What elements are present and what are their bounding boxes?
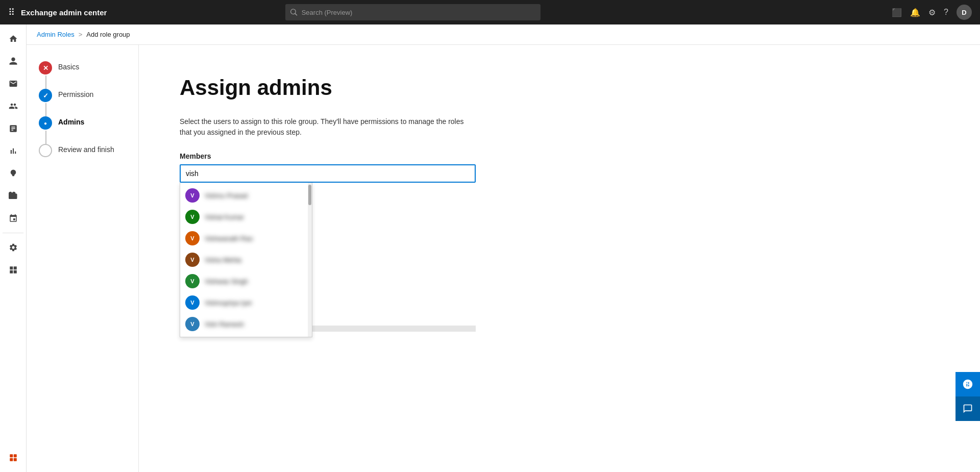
layout: Admin Roles > Add role group ✕ Basics ✓ … <box>0 24 980 472</box>
avatar: V <box>185 295 200 310</box>
dropdown-item-name: Vish Ramesh <box>205 320 244 328</box>
members-input[interactable] <box>180 164 476 183</box>
avatar: V <box>185 188 200 203</box>
gear-icon[interactable]: ⚙ <box>928 8 936 17</box>
sidebar-item-reports[interactable] <box>3 118 23 139</box>
content-area: ✕ Basics ✓ Permission ● Admins <box>27 45 980 472</box>
topbar: ⠿ Exchange admin center ⬛ 🔔 ⚙ ? D <box>0 0 980 24</box>
sidebar-item-home[interactable] <box>3 29 23 49</box>
svg-rect-1 <box>13 454 16 457</box>
step-connector-3 <box>45 131 46 144</box>
dropdown-scrollthumb <box>308 185 311 205</box>
dropdown-item-name: Visha Mehta <box>205 256 241 264</box>
support-button[interactable] <box>955 372 980 396</box>
breadcrumb: Admin Roles > Add role group <box>27 24 980 45</box>
dropdown-item-name: Vishwanath Rao <box>205 235 253 242</box>
members-dropdown: V Vishnu Prasad V Vishal Kumar V Vishwan… <box>180 183 312 337</box>
step-icon-admins: ● <box>39 116 52 130</box>
breadcrumb-current: Add role group <box>86 31 130 38</box>
step-icon-permission: ✓ <box>39 89 52 102</box>
form-title: Assign admins <box>180 76 939 100</box>
list-item[interactable]: V Vishwas Singh <box>180 270 308 292</box>
avatar[interactable]: D <box>957 5 972 20</box>
sidebar <box>0 24 27 472</box>
list-item[interactable]: V Visha Mehta <box>180 249 308 270</box>
svg-rect-3 <box>13 458 16 461</box>
avatar: V <box>185 274 200 288</box>
step-label-admins: Admins <box>58 116 84 126</box>
breadcrumb-parent[interactable]: Admin Roles <box>37 31 75 38</box>
main: Admin Roles > Add role group ✕ Basics ✓ … <box>27 24 980 472</box>
avatar: V <box>185 317 200 331</box>
list-item[interactable]: V Vishnu Prasad <box>180 185 308 206</box>
sidebar-item-analytics[interactable] <box>3 141 23 161</box>
dropdown-item-name: Vishwas Singh <box>205 278 248 285</box>
step-label-permission: Permission <box>58 89 93 98</box>
dropdown-item-name: Vishal Kumar <box>205 213 244 221</box>
step-label-basics: Basics <box>58 61 79 71</box>
wizard-step-review[interactable]: Review and finish <box>39 144 126 157</box>
list-item[interactable]: V Vish Ramesh <box>180 313 308 335</box>
step-icon-review <box>39 144 52 157</box>
grid-icon[interactable]: ⠿ <box>8 7 15 18</box>
members-input-container: V Vishnu Prasad V Vishal Kumar V Vishwan… <box>180 164 476 183</box>
help-icon[interactable]: ? <box>944 8 948 17</box>
dropdown-list: V Vishnu Prasad V Vishal Kumar V Vishwan… <box>180 183 308 337</box>
form-panel: Assign admins Select the users to assign… <box>139 45 980 472</box>
search-icon <box>290 9 297 16</box>
step-label-review: Review and finish <box>58 144 114 154</box>
sidebar-item-migration[interactable] <box>3 186 23 206</box>
dropdown-scrollbar[interactable] <box>308 183 312 337</box>
sidebar-item-user[interactable] <box>3 51 23 71</box>
svg-rect-2 <box>10 458 13 461</box>
wizard-sidebar: ✕ Basics ✓ Permission ● Admins <box>27 45 139 472</box>
step-icon-basics: ✕ <box>39 61 52 74</box>
bell-icon[interactable]: 🔔 <box>910 8 920 17</box>
floating-buttons <box>955 372 980 421</box>
sidebar-item-org[interactable] <box>3 208 23 229</box>
list-item[interactable]: V Vishwanath Rao <box>180 228 308 249</box>
step-connector-2 <box>45 103 46 116</box>
avatar: V <box>185 210 200 224</box>
list-item[interactable]: V Vishal Kumar <box>180 206 308 228</box>
search-input[interactable] <box>302 9 536 16</box>
chat-button[interactable] <box>955 396 980 421</box>
avatar: V <box>185 231 200 245</box>
step-connector-1 <box>45 76 46 89</box>
screen-icon[interactable]: ⬛ <box>892 8 902 17</box>
wizard-step-basics[interactable]: ✕ Basics <box>39 61 126 89</box>
sidebar-item-groups[interactable] <box>3 96 23 116</box>
wizard-step-admins[interactable]: ● Admins <box>39 116 126 144</box>
dropdown-item-name: Vishnupriya Iyer <box>205 299 252 307</box>
sidebar-divider <box>3 233 23 233</box>
avatar: V <box>185 253 200 267</box>
sidebar-item-settings[interactable] <box>3 237 23 258</box>
sidebar-item-admin[interactable] <box>3 260 23 280</box>
list-item[interactable]: V Vishnupriya Iyer <box>180 292 308 313</box>
sidebar-item-insights[interactable] <box>3 163 23 184</box>
search-bar[interactable] <box>285 4 541 20</box>
members-label: Members <box>180 152 939 160</box>
app-title: Exchange admin center <box>21 8 107 17</box>
dropdown-item-name: Vishnu Prasad <box>205 192 248 200</box>
form-description: Select the users to assign to this role … <box>180 116 465 138</box>
svg-rect-0 <box>10 454 13 457</box>
sidebar-item-mail[interactable] <box>3 73 23 94</box>
breadcrumb-separator: > <box>79 31 83 38</box>
topbar-actions: ⬛ 🔔 ⚙ ? D <box>892 5 972 20</box>
wizard-step-permission[interactable]: ✓ Permission <box>39 89 126 116</box>
sidebar-item-office[interactable] <box>3 448 23 468</box>
